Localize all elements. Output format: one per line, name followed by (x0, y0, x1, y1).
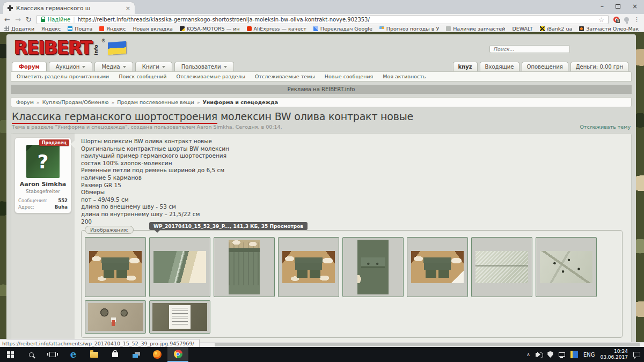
volume-icon[interactable] (536, 353, 538, 357)
edge-button[interactable]: e (63, 347, 84, 362)
breadcrumb-uniforms[interactable]: Униформа и спецодежда (202, 99, 278, 105)
reibert-logo[interactable]: REIBERT info ® (14, 38, 126, 58)
bookmark-item[interactable]: iBank2 ua (540, 26, 572, 32)
subnav-watched-threads[interactable]: Отслеживаемые темы (255, 73, 315, 79)
bookmark-item[interactable]: AliExpress — качест (247, 26, 306, 32)
bookmark-star-icon[interactable]: ☆ (598, 16, 604, 24)
store-button[interactable] (105, 347, 126, 362)
site-search-input[interactable] (489, 45, 570, 53)
subnav-new-posts[interactable]: Новые сообщения (325, 73, 374, 79)
tab-media[interactable]: Медиа (94, 62, 133, 71)
restore-window-button[interactable] (616, 4, 620, 9)
author-name-link[interactable]: Aaron Simkha (18, 181, 68, 188)
tab-users[interactable]: Пользователи (174, 62, 234, 71)
extension-icon[interactable]: 3 (613, 17, 619, 23)
minimize-window-button[interactable]: – (601, 3, 604, 10)
store-bag-icon (112, 352, 118, 357)
tab-alerts[interactable]: Оповещения (522, 62, 568, 71)
breadcrumb-postwar-items[interactable]: Продам послевоенные вещи (117, 99, 194, 105)
language-indicator-icon[interactable] (570, 351, 578, 358)
task-view-button[interactable] (42, 347, 63, 362)
image-thumbnail[interactable] (149, 300, 210, 334)
watch-thread-link[interactable]: Отслеживать тему (580, 124, 631, 130)
subnav-search-posts[interactable]: Поиск сообщений (119, 73, 166, 79)
action-center-icon[interactable] (633, 352, 640, 357)
subnav-watched-forums[interactable]: Отслеживаемые разделы (176, 73, 245, 79)
ukraine-flag-icon (108, 41, 126, 55)
subnav-my-activity[interactable]: Моя активность (383, 73, 426, 79)
attachment-thumbnails (85, 237, 619, 334)
scrollbar-thumb[interactable] (215, 343, 640, 346)
breadcrumb-buy-sell[interactable]: Куплю/Продам/Обменяю (42, 99, 109, 105)
keyboard-language[interactable]: ENG (583, 352, 595, 358)
firefox-button[interactable] (147, 347, 167, 362)
security-label[interactable]: Надійне (48, 17, 71, 23)
tab-money[interactable]: Деньги: 0,00 грн (570, 62, 628, 71)
tab-books[interactable]: Книги (135, 62, 172, 71)
ad-banner-link[interactable]: Реклама на REIBERT.info (11, 85, 632, 94)
tab-title: Классика германского ш (16, 5, 122, 11)
weather-icon (379, 26, 384, 31)
tab-inbox[interactable]: Входящие (480, 62, 519, 71)
bookmark-item[interactable]: Пошта (68, 26, 92, 32)
image-thumbnail[interactable] (278, 237, 339, 297)
tab-label: Оповещения (527, 64, 563, 70)
forward-icon[interactable]: → (15, 16, 21, 23)
bookmark-item[interactable]: DEWALT (512, 26, 532, 32)
back-icon[interactable]: ← (4, 16, 10, 23)
bookmark-item[interactable]: Яндекс (99, 26, 126, 32)
browser-tab[interactable]: Классика германского ш × (3, 2, 135, 14)
tab-auction[interactable]: Аукцион (49, 62, 93, 71)
clock[interactable]: 10:24 03.06.2017 (600, 349, 628, 361)
attachment-tooltip: WP_20170410_15_52_39_P..., 141,3 КБ, 35 … (149, 222, 308, 230)
bookmark-item[interactable]: Прогноз погоды в У (379, 26, 439, 32)
url-text[interactable]: https://reibert.info/threads/klassika-ge… (78, 17, 596, 23)
tab-forum[interactable]: Форум (12, 62, 47, 71)
bookmark-item[interactable]: Перекладач Google (313, 26, 372, 32)
image-thumbnail[interactable] (85, 300, 146, 334)
avatar[interactable]: ? (26, 145, 60, 178)
bookmark-item[interactable]: Наличие запчастей (446, 26, 505, 32)
chrome-button[interactable] (167, 347, 188, 362)
tray-expand-icon[interactable]: ∧ (526, 352, 530, 357)
post-message: Шорты молексин BW олива контракт новые О… (75, 134, 631, 342)
title-rest: молексин BW олива контракт новые (217, 110, 413, 122)
stat-label: Адрес: (18, 204, 34, 210)
bookmark-item[interactable]: Запчасти Олео-Мак (579, 26, 639, 32)
image-thumbnail[interactable] (536, 237, 597, 297)
chrome-menu-icon[interactable]: ⋮ (634, 16, 640, 23)
file-explorer-button[interactable] (84, 347, 105, 362)
site-header: REIBERT info ® Форум Аукцион Медиа Книги… (6, 34, 636, 82)
image-thumbnail[interactable] (85, 237, 146, 297)
image-thumbnail[interactable] (342, 237, 404, 297)
image-thumbnail[interactable] (214, 237, 275, 297)
defender-shield-icon[interactable] (547, 351, 553, 358)
reload-icon[interactable]: ↻ (26, 16, 32, 23)
extension-bulb-icon[interactable] (624, 17, 629, 22)
image-thumbnail[interactable] (149, 237, 210, 297)
bookmark-label: AliExpress — качест (254, 26, 306, 32)
stat-row: Адрес: Buha (18, 204, 68, 210)
address-bar[interactable]: Надійне | https://reibert.info/threads/k… (36, 15, 609, 24)
tab-account[interactable]: knyz (453, 62, 478, 71)
bookmark-item[interactable]: Яндекс (41, 26, 61, 32)
taskbar-search-button[interactable] (21, 347, 42, 362)
system-tray: ∧ ENG 10:24 03.06.2017 (526, 347, 644, 362)
bookmark-item[interactable]: KOSA-MOTORS — ин (180, 26, 240, 32)
image-thumbnail[interactable] (471, 237, 532, 297)
tab-label: Пользователи (181, 64, 221, 70)
image-thumbnail[interactable] (407, 237, 468, 297)
tab-close-icon[interactable]: × (126, 5, 130, 12)
bookmark-label: Новая вкладка (133, 26, 172, 32)
network-icon[interactable] (559, 352, 565, 357)
subnav-mark-read[interactable]: Отметить разделы прочитанными (17, 73, 109, 79)
bookmark-item[interactable]: Новая вкладка (133, 26, 172, 32)
bookmark-apps[interactable]: Додатки (4, 26, 34, 32)
stat-label: Сообщения: (18, 198, 47, 203)
close-window-button[interactable]: × (632, 3, 638, 10)
breadcrumb-forum[interactable]: Форум (16, 99, 34, 105)
start-button[interactable] (0, 347, 21, 362)
edge-icon: e (70, 350, 76, 359)
remote-desktop-button[interactable] (126, 347, 147, 362)
bookmark-label: Перекладач Google (320, 26, 372, 32)
